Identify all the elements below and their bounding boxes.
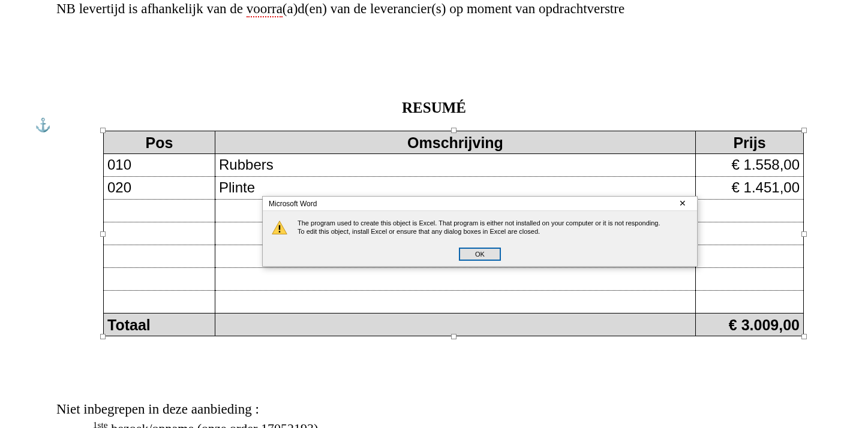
table-row: 010 Rubbers € 1.558,00 [104, 154, 804, 177]
dialog-message-line: The program used to create this object i… [298, 219, 660, 228]
cell-pos: 020 [104, 177, 215, 200]
cell-total-label: Totaal [104, 314, 215, 336]
cell-total-value: € 3.009,00 [696, 314, 804, 336]
resize-handle-bottom-right-icon[interactable] [801, 334, 807, 339]
svg-rect-1 [279, 225, 280, 230]
paragraph-bullet-item: - 1ste bezoek/opname (onze order 1705219… [72, 420, 318, 428]
object-anchor-icon: ⚓ [35, 117, 51, 133]
resize-handle-bottom-mid-icon[interactable] [451, 334, 456, 339]
table-row-empty [104, 268, 804, 291]
resize-handle-bottom-left-icon[interactable] [100, 334, 106, 339]
cell-price: € 1.451,00 [696, 177, 804, 200]
resize-handle-top-right-icon[interactable] [801, 128, 807, 133]
dialog-button-row: OK [263, 243, 697, 266]
paragraph-text-suffix: (a)d(en) van de leverancier(s) op moment… [283, 1, 624, 16]
paragraph-nb-levertijd: NB levertijd is afhankelijk van de voorr… [56, 1, 868, 17]
bullet-sup: 1ste [93, 420, 108, 428]
cell-pos: 010 [104, 154, 215, 177]
resize-handle-left-mid-icon[interactable] [100, 231, 106, 237]
error-dialog: Microsoft Word ✕ The program used to cre… [262, 196, 698, 267]
dialog-message: The program used to create this object i… [298, 219, 660, 239]
cell-total-empty [215, 314, 696, 336]
resume-title: RESUMÉ [0, 100, 868, 116]
dialog-body: The program used to create this object i… [263, 211, 697, 243]
dialog-close-button[interactable]: ✕ [671, 198, 695, 210]
bullet-dash: - [72, 421, 76, 428]
bullet-text: bezoek/opname (onze order 17052193) [108, 421, 319, 428]
resize-handle-top-left-icon[interactable] [100, 128, 106, 133]
table-header-desc: Omschrijving [215, 131, 696, 154]
close-icon: ✕ [679, 198, 686, 208]
warning-icon [271, 219, 289, 239]
table-header-pos: Pos [104, 131, 215, 154]
table-row-total: Totaal € 3.009,00 [104, 314, 804, 336]
dialog-message-line: To edit this object, install Excel or en… [298, 228, 660, 236]
dialog-titlebar[interactable]: Microsoft Word ✕ [263, 197, 697, 211]
ok-button[interactable]: OK [459, 248, 500, 260]
resize-handle-top-mid-icon[interactable] [451, 128, 456, 133]
cell-desc: Rubbers [215, 154, 696, 177]
table-row-empty [104, 291, 804, 314]
cell-price: € 1.558,00 [696, 154, 804, 177]
svg-rect-2 [279, 231, 280, 233]
resize-handle-right-mid-icon[interactable] [801, 231, 807, 237]
spellcheck-squiggle-word: voorra [247, 1, 283, 17]
paragraph-niet-inbegrepen: Niet inbegrepen in deze aanbieding : [56, 402, 259, 417]
table-header-row: Pos Omschrijving Prijs [104, 131, 804, 154]
table-header-price: Prijs [696, 131, 804, 154]
dialog-title: Microsoft Word [269, 200, 317, 208]
paragraph-text-prefix: NB levertijd is afhankelijk van de [56, 1, 247, 16]
